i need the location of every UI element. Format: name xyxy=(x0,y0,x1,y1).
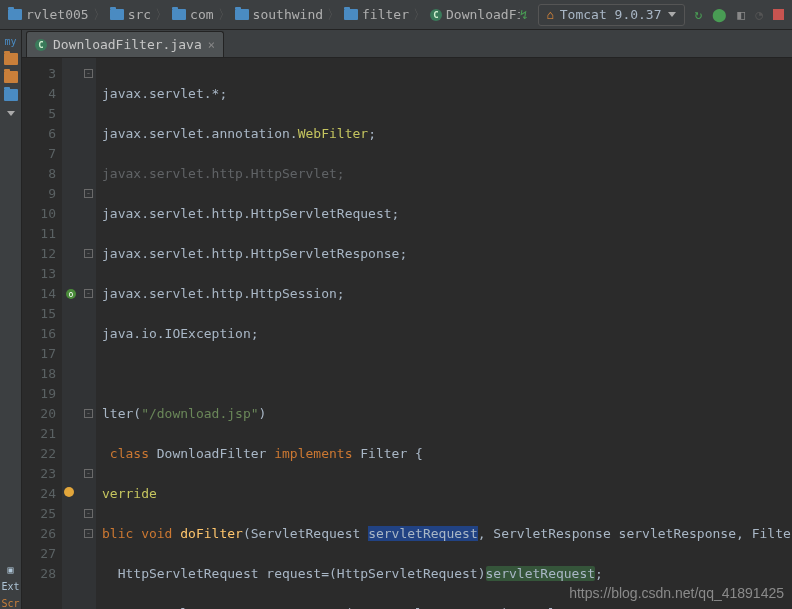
fold-icon[interactable]: - xyxy=(84,69,93,78)
class-icon: C xyxy=(35,39,47,51)
chevron-right-icon: 〉 xyxy=(93,6,106,24)
code-text: ; xyxy=(368,126,376,141)
line-number: 12 xyxy=(22,244,56,264)
tomcat-icon: ⌂ xyxy=(547,8,554,22)
folder-icon xyxy=(172,9,186,20)
code-text: (ServletRequest xyxy=(243,526,368,541)
folder-icon[interactable] xyxy=(4,71,18,83)
folder-icon[interactable] xyxy=(4,89,18,101)
editor-tabs: C DownloadFilter.java × xyxy=(22,30,792,58)
chevron-right-icon: 〉 xyxy=(327,6,340,24)
breadcrumb-label: rvlet005 xyxy=(26,7,89,22)
code-text: javax.servlet.http.HttpServletResponse; xyxy=(102,246,407,261)
breadcrumb-item[interactable]: CDownloadFilter xyxy=(430,7,520,22)
line-number: 7 xyxy=(22,144,56,164)
line-number: 6 xyxy=(22,124,56,144)
line-number: 3 xyxy=(22,64,56,84)
folder-icon xyxy=(235,9,249,20)
profiler-icon[interactable]: ◔ xyxy=(755,7,763,22)
code-text: WebFilter xyxy=(298,126,368,141)
left-tool-window-bar: my ▣ Ext Scr xyxy=(0,30,22,609)
close-icon[interactable]: × xyxy=(208,38,215,52)
folder-icon xyxy=(344,9,358,20)
line-number: 13 xyxy=(22,264,56,284)
tab-label: DownloadFilter.java xyxy=(53,37,202,52)
code-text: servletRequest xyxy=(368,526,478,541)
code-text: class xyxy=(102,446,157,461)
fold-icon[interactable]: - xyxy=(84,469,93,478)
code-text: lter( xyxy=(102,406,141,421)
breadcrumb[interactable]: rvlet005 〉 src 〉 com 〉 southwind 〉 filte… xyxy=(8,6,520,24)
code-text: javax.servlet.*; xyxy=(102,86,227,101)
breadcrumb-item[interactable]: com xyxy=(172,7,213,22)
line-number: 26 xyxy=(22,524,56,544)
fold-icon[interactable]: - xyxy=(84,249,93,258)
tab-download-filter[interactable]: C DownloadFilter.java × xyxy=(26,31,224,57)
code-text: javax.servlet.http.HttpServletRequest; xyxy=(102,206,399,221)
line-number: 11 xyxy=(22,224,56,244)
code-text: javax.servlet.http.HttpSession; xyxy=(102,286,345,301)
debug-icon[interactable]: ⬤ xyxy=(712,7,727,22)
line-number: 8 xyxy=(22,164,56,184)
breadcrumb-label: src xyxy=(128,7,151,22)
breadcrumb-label: filter xyxy=(362,7,409,22)
fold-icon[interactable]: - xyxy=(84,289,93,298)
breadcrumb-item[interactable]: southwind xyxy=(235,7,323,22)
code-text: "/download.jsp" xyxy=(141,406,258,421)
svg-text:o: o xyxy=(69,290,74,299)
code-text: doFilter xyxy=(180,526,243,541)
line-number: 27 xyxy=(22,544,56,564)
line-number: 5 xyxy=(22,104,56,124)
build-icon[interactable]: ↯ xyxy=(520,7,528,22)
gutter-icons: - - - o- - - - - xyxy=(62,58,96,609)
toolbar-actions: ↯ ⌂ Tomcat 9.0.37 ↻ ⬤ ◧ ◔ xyxy=(520,4,784,26)
breadcrumb-label: southwind xyxy=(253,7,323,22)
code-text: Filter { xyxy=(360,446,423,461)
line-number: 28 xyxy=(22,564,56,584)
fold-icon[interactable]: - xyxy=(84,409,93,418)
intention-bulb-icon[interactable] xyxy=(64,487,74,497)
line-number: 4 xyxy=(22,84,56,104)
line-number-gutter: 3 4 5 6 7 8 9 10 11 12 13 14 15 16 17 18… xyxy=(22,58,62,609)
breadcrumb-label: DownloadFilter xyxy=(446,7,520,22)
chevron-right-icon: 〉 xyxy=(413,6,426,24)
stop-icon[interactable] xyxy=(773,9,784,20)
code-text: javax.servlet.http.HttpServlet; xyxy=(102,166,345,181)
fold-icon[interactable]: - xyxy=(84,509,93,518)
chevron-down-icon xyxy=(668,12,676,17)
line-number: 17 xyxy=(22,344,56,364)
override-icon[interactable]: o xyxy=(64,287,78,301)
breadcrumb-item[interactable]: rvlet005 xyxy=(8,7,89,22)
code-text: void xyxy=(141,526,180,541)
line-number: 21 xyxy=(22,424,56,444)
tool-label[interactable]: my xyxy=(4,36,16,47)
chevron-right-icon: 〉 xyxy=(155,6,168,24)
line-number: 14 xyxy=(22,284,56,304)
line-number: 15 xyxy=(22,304,56,324)
breadcrumb-item[interactable]: filter xyxy=(344,7,409,22)
folder-icon xyxy=(8,9,22,20)
chevron-down-icon[interactable] xyxy=(7,111,15,116)
run-config-label: Tomcat 9.0.37 xyxy=(560,7,662,22)
fold-icon[interactable]: - xyxy=(84,189,93,198)
breadcrumb-label: com xyxy=(190,7,213,22)
ext-lib-icon[interactable]: ▣ xyxy=(7,564,13,575)
line-number: 20 xyxy=(22,404,56,424)
code-text: implements xyxy=(274,446,360,461)
top-toolbar: rvlet005 〉 src 〉 com 〉 southwind 〉 filte… xyxy=(0,0,792,30)
code-editor[interactable]: 3 4 5 6 7 8 9 10 11 12 13 14 15 16 17 18… xyxy=(22,58,792,609)
code-text: verride xyxy=(102,486,157,501)
run-coverage-icon[interactable]: ◧ xyxy=(737,7,745,22)
run-config-selector[interactable]: ⌂ Tomcat 9.0.37 xyxy=(538,4,685,26)
update-icon[interactable]: ↻ xyxy=(695,7,703,22)
line-number: 24 xyxy=(22,484,56,504)
code-text: blic xyxy=(102,526,141,541)
code-area[interactable]: javax.servlet.*; javax.servlet.annotatio… xyxy=(96,58,792,609)
line-number: 9 xyxy=(22,184,56,204)
fold-icon[interactable]: - xyxy=(84,529,93,538)
label: Ext xyxy=(1,581,19,592)
code-text: , ServletResponse servletResponse, Filte… xyxy=(478,526,792,541)
breadcrumb-item[interactable]: src xyxy=(110,7,151,22)
folder-icon[interactable] xyxy=(4,53,18,65)
line-number: 10 xyxy=(22,204,56,224)
